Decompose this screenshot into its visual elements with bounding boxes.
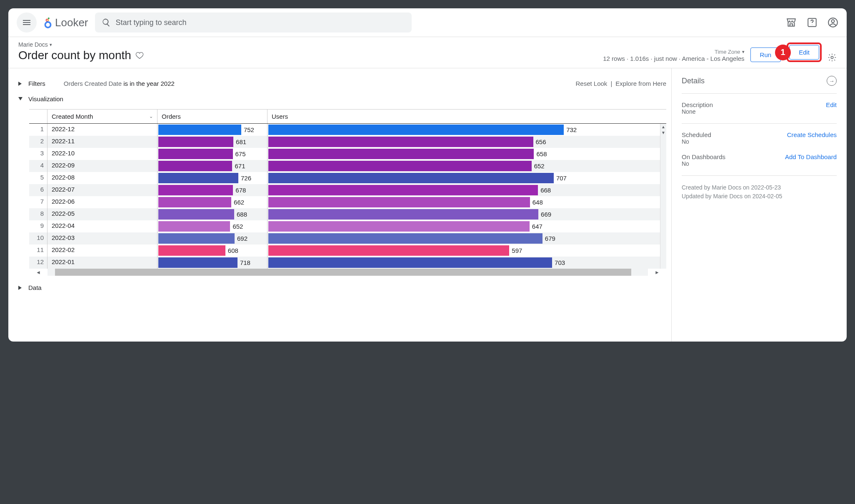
cell-orders: 692 bbox=[158, 232, 268, 245]
edit-button[interactable]: Edit bbox=[789, 45, 819, 60]
row-index: 1 bbox=[29, 124, 48, 136]
chevron-down-icon: ⌄ bbox=[149, 114, 153, 119]
updated-meta: Updated by Marie Docs on 2024-02-05 bbox=[682, 192, 837, 201]
timezone-selector[interactable]: Time Zone ▾ bbox=[603, 49, 744, 55]
cell-orders: 688 bbox=[158, 208, 268, 220]
scroll-up-icon[interactable]: ▲ bbox=[660, 124, 666, 130]
row-index: 3 bbox=[29, 148, 48, 160]
table-row[interactable]: 122022-01718703 bbox=[29, 257, 666, 269]
query-stats: 12 rows · 1.016s · just now · America - … bbox=[603, 55, 744, 62]
collapse-panel-icon[interactable] bbox=[827, 76, 837, 86]
table-row[interactable]: 102022-03692679 bbox=[29, 232, 666, 245]
cell-users: 669 bbox=[268, 208, 666, 220]
app-window: Looker Start typing to search Marie Docs… bbox=[8, 8, 847, 342]
cell-orders: 752 bbox=[158, 124, 268, 136]
create-schedules-link[interactable]: Create Schedules bbox=[787, 131, 837, 145]
table-row[interactable]: 12022-12752732 bbox=[29, 124, 666, 136]
look-title: Order count by month bbox=[18, 49, 144, 62]
row-index: 12 bbox=[29, 257, 48, 269]
topbar: Looker Start typing to search bbox=[8, 8, 847, 37]
logo-text: Looker bbox=[55, 16, 88, 29]
data-section[interactable]: Data bbox=[18, 280, 666, 295]
marketplace-icon[interactable] bbox=[786, 17, 797, 28]
visualization-section[interactable]: Visualization bbox=[18, 91, 666, 107]
svg-point-0 bbox=[48, 17, 50, 19]
table-row[interactable]: 52022-08726707 bbox=[29, 172, 666, 184]
cell-users: 656 bbox=[268, 136, 666, 148]
table-row[interactable]: 22022-11681656 bbox=[29, 136, 666, 148]
logo: Looker bbox=[43, 16, 88, 29]
add-to-dashboard-link[interactable]: Add To Dashboard bbox=[785, 153, 837, 167]
col-created-month[interactable]: Created Month ⌄ bbox=[48, 110, 158, 123]
cell-users: 647 bbox=[268, 220, 666, 232]
scroll-thumb[interactable] bbox=[55, 269, 631, 276]
cell-orders: 678 bbox=[158, 184, 268, 196]
looker-logo-icon bbox=[43, 17, 52, 28]
cell-orders: 652 bbox=[158, 220, 268, 232]
row-index: 5 bbox=[29, 172, 48, 184]
cell-users: 668 bbox=[268, 184, 666, 196]
title-text: Order count by month bbox=[18, 49, 131, 62]
details-title: Details bbox=[682, 77, 705, 85]
edit-description-link[interactable]: Edit bbox=[826, 101, 837, 115]
col-orders[interactable]: Orders bbox=[158, 110, 268, 123]
table-row[interactable]: 72022-06662648 bbox=[29, 196, 666, 208]
on-dashboards-label: On Dashboards bbox=[682, 153, 725, 160]
table-row[interactable]: 112022-02608597 bbox=[29, 245, 666, 257]
cell-month: 2022-10 bbox=[48, 148, 158, 160]
table-row[interactable]: 92022-04652647 bbox=[29, 220, 666, 232]
account-icon[interactable] bbox=[828, 17, 838, 28]
look-header: Marie Docs ▾ Order count by month Time Z… bbox=[8, 37, 847, 68]
filters-section[interactable]: Filters Orders Created Date is in the ye… bbox=[18, 76, 666, 91]
scroll-right-icon[interactable]: ► bbox=[648, 269, 666, 275]
row-index: 9 bbox=[29, 220, 48, 232]
stats-block: Time Zone ▾ 12 rows · 1.016s · just now … bbox=[603, 49, 744, 62]
chevron-down-icon: ▾ bbox=[50, 42, 52, 47]
cell-orders: 675 bbox=[158, 148, 268, 160]
help-icon[interactable] bbox=[807, 17, 818, 28]
breadcrumb-text: Marie Docs bbox=[18, 41, 48, 48]
scroll-down-icon[interactable]: ▼ bbox=[660, 130, 666, 135]
filter-summary: Orders Created Date is in the year 2022 bbox=[64, 80, 175, 87]
caret-down-icon bbox=[18, 97, 22, 101]
row-index: 2 bbox=[29, 136, 48, 148]
caret-right-icon bbox=[18, 82, 22, 86]
scroll-left-icon[interactable]: ◄ bbox=[29, 269, 48, 275]
cell-users: 732 bbox=[268, 124, 666, 136]
cell-month: 2022-08 bbox=[48, 172, 158, 184]
reset-look-link[interactable]: Reset Look bbox=[575, 80, 607, 87]
cell-orders: 726 bbox=[158, 172, 268, 184]
explore-link[interactable]: Explore from Here bbox=[615, 80, 666, 87]
favorite-icon[interactable] bbox=[135, 51, 144, 60]
table-row[interactable]: 42022-09671652 bbox=[29, 160, 666, 172]
search-box[interactable]: Start typing to search bbox=[95, 12, 412, 32]
row-index: 10 bbox=[29, 232, 48, 245]
visualization-label: Visualization bbox=[28, 95, 63, 102]
search-placeholder: Start typing to search bbox=[116, 18, 187, 27]
scheduled-value: No bbox=[682, 138, 711, 145]
horizontal-scrollbar[interactable]: ◄ ► bbox=[29, 269, 666, 276]
row-index: 4 bbox=[29, 160, 48, 172]
cell-users: 707 bbox=[268, 172, 666, 184]
cell-orders: 662 bbox=[158, 196, 268, 208]
cell-users: 652 bbox=[268, 160, 666, 172]
col-users[interactable]: Users bbox=[268, 110, 666, 123]
cell-users: 597 bbox=[268, 245, 666, 257]
table-row[interactable]: 82022-05688669 bbox=[29, 208, 666, 220]
cell-users: 679 bbox=[268, 232, 666, 245]
menu-button[interactable] bbox=[17, 12, 37, 32]
search-icon bbox=[102, 18, 111, 27]
breadcrumb[interactable]: Marie Docs ▾ bbox=[18, 41, 144, 48]
on-dashboards-value: No bbox=[682, 160, 725, 167]
hamburger-icon bbox=[22, 17, 32, 27]
cell-month: 2022-09 bbox=[48, 160, 158, 172]
row-index: 8 bbox=[29, 208, 48, 220]
vertical-scrollbar[interactable]: ▲ ▼ bbox=[660, 124, 666, 269]
table-row[interactable]: 62022-07678668 bbox=[29, 184, 666, 196]
created-meta: Created by Marie Docs on 2022-05-23 bbox=[682, 183, 837, 192]
table-row[interactable]: 32022-10675658 bbox=[29, 148, 666, 160]
row-index: 7 bbox=[29, 196, 48, 208]
table-header: Created Month ⌄ Orders Users bbox=[29, 110, 666, 124]
caret-right-icon bbox=[18, 286, 22, 290]
gear-icon[interactable] bbox=[828, 53, 837, 62]
